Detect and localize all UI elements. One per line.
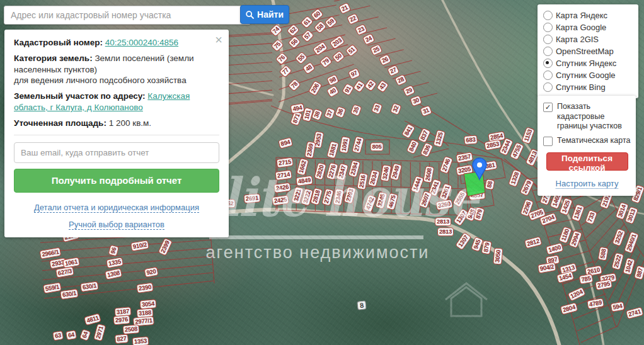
parcel-label[interactable]: 1400 — [546, 242, 564, 255]
get-report-button[interactable]: Получить подробный отчет — [14, 169, 219, 193]
parcel-label[interactable]: 2812 — [524, 236, 543, 249]
parcel-label[interactable]: 78 — [288, 79, 301, 92]
parcel-label[interactable]: 837 — [417, 128, 430, 144]
parcel-label[interactable]: 50 — [332, 50, 345, 64]
parcel-label[interactable]: 40 — [326, 85, 340, 98]
parcel-label[interactable]: 22 — [347, 13, 359, 25]
radio-icon[interactable] — [543, 47, 553, 56]
map-option-2[interactable]: Тематическая карта — [543, 136, 631, 146]
close-icon[interactable]: × — [215, 33, 222, 46]
parcel-label[interactable]: 43 — [376, 80, 389, 93]
parcel-label[interactable]: 630/1 — [60, 288, 79, 299]
parcel-label[interactable]: 23 — [355, 24, 367, 36]
parcel-label[interactable]: 2966/1 — [39, 247, 61, 259]
parcel-label[interactable]: 3246 — [380, 164, 391, 182]
parcel-label[interactable]: 4675 — [386, 193, 398, 211]
layer-option-1[interactable]: Карта Яндекс — [543, 9, 635, 21]
parcel-label[interactable]: 2390 — [136, 283, 154, 293]
cadastral-number-link[interactable]: 40:25:000240:4856 — [105, 38, 178, 47]
parcel-label[interactable]: 3260 — [435, 199, 453, 210]
parcel-label[interactable]: 91 — [342, 83, 354, 96]
parcel-label[interactable]: 1091 — [339, 136, 350, 154]
parcel-label[interactable]: 32 — [390, 103, 401, 115]
parcel-label[interactable]: 894 — [278, 137, 293, 149]
layer-option-3[interactable]: Карта 2GIS — [543, 33, 635, 45]
parcel-label[interactable]: 77 — [279, 65, 292, 78]
parcel-label[interactable]: 56 — [288, 36, 301, 49]
parcel-label[interactable]: 96 — [108, 245, 118, 257]
parcel-label[interactable]: 594 — [611, 302, 625, 312]
parcel-label[interactable]: 2714 — [275, 170, 292, 181]
parcel-label[interactable]: 733 — [585, 210, 597, 225]
search-button[interactable]: Найти — [240, 5, 289, 24]
parcel-label[interactable]: 841 — [401, 123, 415, 139]
manual-select-link[interactable]: Ручной выбор вариантов — [69, 220, 164, 230]
map-option-1[interactable]: ✓Показать кадастровые границы участков — [543, 102, 631, 132]
parcel-label[interactable]: 203 — [330, 35, 345, 49]
parcel-label[interactable]: 2426 — [273, 183, 291, 193]
parcel-label[interactable]: 55 — [295, 52, 308, 65]
parcel-label[interactable]: 21 — [338, 3, 351, 14]
parcel-label[interactable]: 910/2 — [130, 240, 149, 251]
parcel-label[interactable]: 827 — [115, 334, 129, 343]
parcel-label[interactable]: 2425 — [272, 195, 289, 206]
parcel-label[interactable]: 2508 — [122, 324, 139, 334]
parcel-label[interactable]: 2813 — [435, 217, 451, 226]
parcel-label[interactable]: 3252 — [612, 229, 626, 247]
parcel-label[interactable]: 2679 — [519, 178, 534, 196]
parcel-label[interactable]: 42 — [364, 79, 377, 92]
parcel-label[interactable]: 31 — [420, 105, 432, 116]
parcel-label[interactable]: 1328 — [508, 169, 522, 188]
parcel-label[interactable]: 2399 — [158, 237, 172, 256]
parcel-label[interactable]: 3050 — [493, 247, 503, 264]
radio-icon[interactable] — [543, 82, 553, 92]
parcel-label[interactable]: 4789 — [587, 298, 604, 309]
parcel-label[interactable]: 3054 — [139, 299, 156, 309]
parcel-label[interactable]: 588 — [598, 247, 609, 261]
parcel-label[interactable]: 60 — [311, 8, 324, 21]
parcel-label[interactable]: 88 — [485, 179, 495, 190]
share-link-button[interactable]: Поделиться ссылкой — [546, 152, 628, 171]
parcel-label[interactable]: 35 — [350, 104, 362, 116]
parcel-label[interactable]: 2369 — [304, 141, 316, 159]
parcel-label[interactable]: 630/1 — [80, 281, 99, 291]
parcel-label[interactable]: 920 — [144, 267, 159, 278]
parcel-label[interactable]: 1335 — [106, 257, 124, 268]
parcel-label[interactable]: 41 — [353, 80, 365, 93]
search-input[interactable] — [4, 6, 251, 25]
parcel-label[interactable]: 25 — [370, 44, 382, 56]
checkbox-icon[interactable] — [543, 137, 553, 146]
parcel-label[interactable]: 1361 — [571, 204, 585, 222]
email-field[interactable] — [14, 142, 219, 163]
parcel-label[interactable]: 76 — [275, 52, 289, 65]
parcel-label[interactable]: 2949 — [389, 163, 402, 181]
parcel-label[interactable]: 887 — [634, 265, 644, 280]
parcel-label[interactable]: 2393 — [343, 186, 356, 205]
layer-option-2[interactable]: Карта Google — [543, 21, 635, 33]
parcel-label[interactable]: 2971 — [93, 324, 106, 342]
parcel-label[interactable]: 2555 — [452, 189, 468, 207]
parcel-label[interactable]: 2820 — [314, 162, 326, 181]
parcel-label[interactable]: 2715 — [276, 157, 294, 168]
parcel-label[interactable]: 836 — [420, 142, 433, 158]
parcel-label[interactable]: 37 — [324, 107, 335, 120]
parcel-label[interactable]: 98 — [326, 74, 339, 86]
parcel-label[interactable]: 97 — [348, 68, 360, 80]
parcel-label[interactable]: 1042 — [623, 257, 635, 276]
parcel-label[interactable]: 57 — [301, 30, 314, 43]
radio-icon[interactable] — [543, 35, 553, 44]
parcel-label[interactable]: 1353 — [132, 336, 149, 345]
parcel-label[interactable]: 879 — [481, 240, 492, 255]
parcel-label[interactable]: 2940/1 — [624, 231, 639, 254]
parcel-label[interactable]: 2994 — [568, 230, 582, 249]
parcel-label[interactable]: 1425 — [559, 198, 573, 216]
parcel-label[interactable]: 75 — [271, 39, 284, 52]
parcel-label[interactable]: 2634 — [367, 169, 380, 188]
parcel-label[interactable]: 29 — [403, 85, 415, 97]
parcel-label[interactable]: 1153 — [521, 127, 534, 145]
parcel-label[interactable]: 4857 — [468, 190, 485, 200]
parcel-label[interactable]: 64 — [79, 329, 91, 341]
parcel-label[interactable]: 2691 — [243, 193, 260, 203]
layer-option-4[interactable]: OpenStreetMap — [543, 45, 635, 57]
parcel-label[interactable]: 26 — [379, 54, 391, 66]
